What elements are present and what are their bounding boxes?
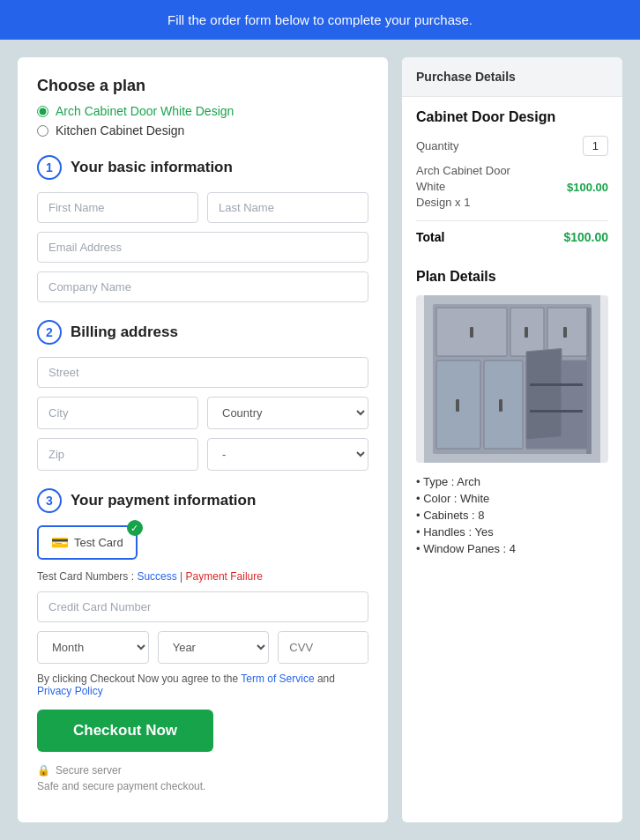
plan-label-arch: Arch Cabinet Door White Design <box>56 104 234 118</box>
terms-of-service-link[interactable]: Term of Service <box>241 673 314 685</box>
year-select[interactable]: Year 202420252026 2027202820292030 <box>158 631 270 664</box>
step1-header: 1 Your basic information <box>37 155 368 180</box>
step2-header: 2 Billing address <box>37 320 368 345</box>
step1-circle: 1 <box>37 155 62 180</box>
plan-radio-kitchen[interactable] <box>37 125 48 137</box>
main-content: Choose a plan Arch Cabinet Door White De… <box>0 40 640 840</box>
cc-number-input[interactable] <box>37 591 368 622</box>
svg-rect-13 <box>530 410 583 413</box>
cvv-input[interactable] <box>279 633 368 662</box>
name-row <box>37 192 368 223</box>
quantity-value: 1 <box>583 136 608 156</box>
quantity-label: Quantity <box>416 139 458 152</box>
country-select[interactable]: Country United States United Kingdom Can… <box>207 397 368 429</box>
line-item-row: Arch Cabinet Door WhiteDesign x 1 $100.0… <box>416 163 608 212</box>
svg-rect-5 <box>470 327 473 338</box>
line-item-label: Arch Cabinet Door WhiteDesign x 1 <box>416 163 531 212</box>
step1-title: Your basic information <box>71 159 233 176</box>
top-banner: Fill the order form below to complete yo… <box>0 0 640 40</box>
svg-rect-16 <box>586 308 592 454</box>
city-country-row: Country United States United Kingdom Can… <box>37 397 368 429</box>
privacy-policy-link[interactable]: Privacy Policy <box>37 685 103 697</box>
right-panel: Purchase Details Cabinet Door Design Qua… <box>402 57 622 822</box>
zip-state-row: - ALAKAZCANY <box>37 438 368 471</box>
city-input[interactable] <box>37 397 198 429</box>
cc-row <box>37 591 368 622</box>
plan-label-kitchen: Kitchen Cabinet Design <box>56 123 184 138</box>
company-input[interactable] <box>37 271 368 302</box>
street-input[interactable] <box>37 357 368 388</box>
cabinet-svg <box>416 295 608 463</box>
total-label: Total <box>416 230 444 244</box>
email-row <box>37 232 368 263</box>
product-name: Cabinet Door Design <box>416 109 608 125</box>
svg-rect-7 <box>563 327 567 338</box>
last-name-input[interactable] <box>207 192 368 223</box>
feature-window-panes: Window Panes : 4 <box>416 542 608 555</box>
svg-rect-11 <box>526 348 562 439</box>
purchase-details-body: Cabinet Door Design Quantity 1 Arch Cabi… <box>402 97 622 256</box>
step3-circle: 3 <box>37 488 62 513</box>
svg-rect-14 <box>456 399 459 412</box>
secure-row: 🔒 Secure server <box>37 764 368 777</box>
step2-circle: 2 <box>37 320 62 345</box>
card-selected-check: ✓ <box>127 520 143 536</box>
month-select[interactable]: Month 010203 040506 070809 101112 <box>37 631 149 664</box>
plan-option-kitchen[interactable]: Kitchen Cabinet Design <box>37 123 368 138</box>
left-panel: Choose a plan Arch Cabinet Door White De… <box>18 57 388 822</box>
zip-input[interactable] <box>37 438 198 471</box>
feature-color: Color : White <box>416 492 608 505</box>
total-row: Total $100.00 <box>416 230 608 244</box>
svg-rect-9 <box>484 361 523 449</box>
feature-handles: Handles : Yes <box>416 525 608 539</box>
cabinet-image <box>416 295 608 463</box>
line-item-price: $100.00 <box>567 181 608 194</box>
feature-type: Type : Arch <box>416 475 608 488</box>
plan-details-section: Plan Details <box>402 256 622 573</box>
street-row <box>37 357 368 388</box>
choose-plan-title: Choose a plan <box>37 77 368 95</box>
secure-label: Secure server <box>56 764 122 777</box>
email-input[interactable] <box>37 232 368 263</box>
test-card-numbers-text: Test Card Numbers : Success | Payment Fa… <box>37 570 368 583</box>
failure-link[interactable]: Payment Failure <box>186 570 263 583</box>
svg-rect-6 <box>525 327 528 338</box>
plan-features: Type : Arch Color : White Cabinets : 8 H… <box>416 475 608 555</box>
feature-cabinets: Cabinets : 8 <box>416 509 608 522</box>
svg-rect-15 <box>499 399 502 412</box>
plan-details-title: Plan Details <box>416 269 608 285</box>
purchase-details-header: Purchase Details <box>402 57 622 97</box>
terms-text: By clicking Checkout Now you agree to th… <box>37 673 368 697</box>
card-selector: 💳 Test Card ✓ <box>37 525 368 560</box>
checkout-button[interactable]: Checkout Now <box>37 710 213 752</box>
step3-title: Your payment information <box>71 492 256 509</box>
plan-radio-arch[interactable] <box>37 106 48 117</box>
test-card-option[interactable]: 💳 Test Card ✓ <box>37 525 138 560</box>
total-divider <box>416 220 608 221</box>
page-wrapper: Fill the order form below to complete yo… <box>0 0 640 840</box>
svg-rect-12 <box>530 383 583 386</box>
success-link[interactable]: Success <box>137 570 176 583</box>
cvv-wrapper: 💳 <box>278 631 368 664</box>
safe-text: Safe and secure payment checkout. <box>37 780 368 792</box>
test-card-label: Test Card <box>74 536 123 549</box>
quantity-row: Quantity 1 <box>416 136 608 156</box>
first-name-input[interactable] <box>37 192 198 223</box>
step3-header: 3 Your payment information <box>37 488 368 513</box>
step2-title: Billing address <box>71 323 178 341</box>
credit-card-icon: 💳 <box>51 534 69 551</box>
company-row <box>37 271 368 302</box>
plan-option-arch[interactable]: Arch Cabinet Door White Design <box>37 104 368 118</box>
total-value: $100.00 <box>563 230 608 244</box>
state-select[interactable]: - ALAKAZCANY <box>207 438 368 471</box>
banner-text: Fill the order form below to complete yo… <box>167 12 473 27</box>
cvv-row: Month 010203 040506 070809 101112 Year 2… <box>37 631 368 664</box>
lock-icon: 🔒 <box>37 764 50 777</box>
